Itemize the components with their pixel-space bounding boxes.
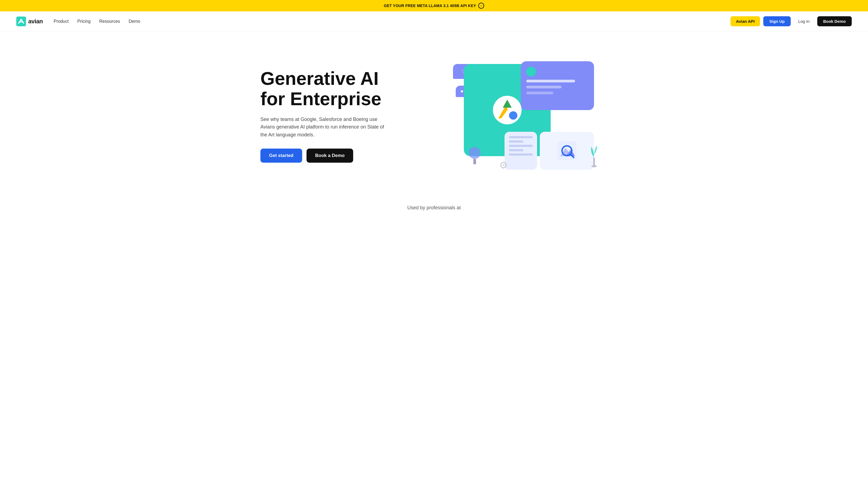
book-demo-button[interactable]: Book Demo bbox=[817, 16, 852, 26]
overlay-bar-short bbox=[526, 86, 561, 88]
hero-title-line2: for Enterprise bbox=[260, 88, 381, 109]
hero-buttons: Get started Book a Demo bbox=[260, 149, 401, 163]
banner-arrow-icon: → bbox=[478, 3, 484, 9]
nav-link-product[interactable]: Product bbox=[54, 19, 69, 24]
purple-overlay-card bbox=[521, 61, 594, 110]
banner-text: GET YOUR FREE META LLAMA 3.1 405B API KE… bbox=[384, 3, 476, 8]
nav-link-demo[interactable]: Demo bbox=[129, 19, 140, 24]
signup-button[interactable]: Sign Up bbox=[763, 16, 791, 26]
login-button[interactable]: Log In bbox=[794, 16, 814, 26]
ads-logo-icon bbox=[492, 95, 522, 125]
plant-decoration bbox=[589, 144, 599, 168]
nav-item-demo[interactable]: Demo bbox=[129, 19, 140, 24]
hero-content: Generative AI for Enterprise See why tea… bbox=[260, 68, 401, 163]
overlay-bar-shorter bbox=[526, 92, 553, 94]
logo-text: avian bbox=[28, 18, 43, 25]
nav-link-pricing[interactable]: Pricing bbox=[77, 19, 91, 24]
line-4 bbox=[509, 149, 523, 151]
nav-link-resources[interactable]: Resources bbox=[99, 19, 120, 24]
tree-icon bbox=[467, 145, 483, 167]
hero-title-line1: Generative AI bbox=[260, 68, 379, 89]
hero-title: Generative AI for Enterprise bbox=[260, 68, 401, 109]
dot-1 bbox=[461, 90, 463, 93]
avian-api-button[interactable]: Avian API bbox=[731, 16, 760, 26]
search-card bbox=[540, 132, 594, 170]
plant-icon bbox=[589, 144, 599, 168]
logo[interactable]: avian bbox=[16, 17, 43, 26]
line-5 bbox=[509, 154, 533, 156]
svg-point-3 bbox=[509, 111, 518, 120]
used-by-section: Used by professionals at bbox=[0, 194, 868, 227]
tree-decoration bbox=[467, 145, 483, 167]
svg-rect-11 bbox=[473, 159, 476, 164]
nav-item-resources[interactable]: Resources bbox=[99, 19, 120, 24]
illustration-container: ♡ bbox=[456, 59, 597, 172]
line-3 bbox=[509, 145, 533, 147]
top-banner[interactable]: GET YOUR FREE META LLAMA 3.1 405B API KE… bbox=[0, 0, 868, 11]
line-2 bbox=[509, 140, 523, 142]
nav-links: Product Pricing Resources Demo bbox=[54, 19, 140, 24]
line-1 bbox=[509, 136, 533, 138]
nav-item-product[interactable]: Product bbox=[54, 19, 69, 24]
navbar: avian Product Pricing Resources Demo Avi… bbox=[0, 11, 868, 31]
overlay-dot bbox=[526, 67, 536, 76]
get-started-button[interactable]: Get started bbox=[260, 149, 302, 163]
navbar-left: avian Product Pricing Resources Demo bbox=[16, 17, 140, 26]
hero-section: Generative AI for Enterprise See why tea… bbox=[244, 31, 624, 194]
navbar-right: Avian API Sign Up Log In Book Demo bbox=[731, 16, 852, 26]
gear-decoration: ⚙ bbox=[499, 160, 508, 171]
svg-rect-0 bbox=[16, 17, 26, 26]
search-icon bbox=[557, 141, 577, 160]
nav-item-pricing[interactable]: Pricing bbox=[77, 19, 91, 24]
hero-subtitle: See why teams at Google, Salesforce and … bbox=[260, 116, 385, 139]
overlay-bar-long bbox=[526, 80, 575, 83]
hero-illustration: ♡ bbox=[445, 59, 608, 172]
card-overlay-inner bbox=[521, 61, 594, 100]
svg-point-14 bbox=[591, 165, 597, 167]
logo-icon bbox=[16, 17, 26, 26]
used-by-text: Used by professionals at bbox=[407, 205, 461, 210]
svg-point-12 bbox=[469, 148, 475, 154]
book-a-demo-button[interactable]: Book a Demo bbox=[307, 149, 353, 163]
lines-card bbox=[504, 132, 537, 170]
